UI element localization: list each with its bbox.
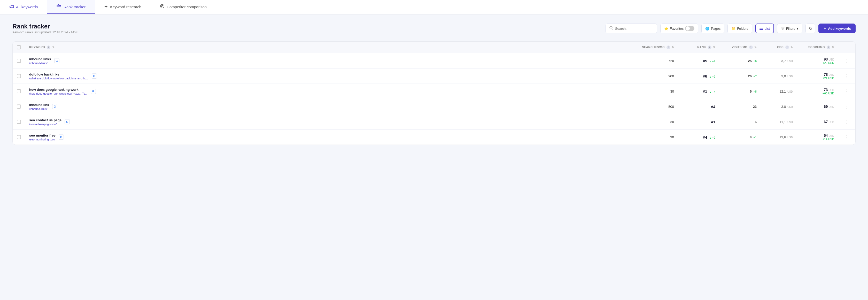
list-button[interactable]: List (755, 24, 774, 33)
score-cell: 67 USD (797, 114, 838, 130)
list-label: List (765, 27, 770, 30)
th-keyword: KEYWORD ? ⇅ (25, 42, 637, 53)
searches-value: 90 (671, 135, 674, 139)
row-checkbox-cell (13, 114, 25, 130)
rank-change: +2 (709, 60, 715, 63)
add-keywords-label: Add keywords (828, 27, 851, 30)
cpc-help-icon[interactable]: ? (785, 46, 789, 49)
searches-value: 900 (668, 74, 674, 78)
pages-label: Pages (711, 27, 720, 30)
searches-help-icon[interactable]: ? (666, 46, 670, 49)
search-box[interactable] (606, 24, 657, 33)
filters-button[interactable]: Filters ▾ (777, 24, 802, 33)
table-row: how does google ranking work /how-does-g… (13, 84, 855, 99)
cpc-cell: 13,6 USD (761, 130, 797, 145)
row-actions-cell: ⋮ (838, 130, 855, 145)
nav-item-all-keywords[interactable]: 🏷 All keywords (0, 0, 47, 14)
searches-sort-icon[interactable]: ⇅ (672, 46, 674, 49)
nav-item-rank-tracker[interactable]: Rank tracker (47, 0, 95, 14)
search-input[interactable] (615, 27, 653, 30)
th-actions (838, 42, 855, 53)
cpc-usd: USD (787, 106, 793, 108)
row-checkbox[interactable] (17, 135, 21, 139)
searches-cell: 30 (637, 84, 678, 99)
visits-sort-icon[interactable]: ⇅ (754, 46, 757, 49)
row-checkbox[interactable] (17, 105, 21, 109)
score-value: 67 (824, 120, 828, 124)
cpc-value: 3,0 (781, 74, 786, 78)
rank-value: #4 (711, 105, 715, 109)
rank-cell: #1 +4 (678, 84, 719, 99)
rank-value: #4 (703, 135, 707, 139)
th-searches: SEARCHES/MO ? ⇅ (637, 42, 678, 53)
nav-item-keyword-research[interactable]: ✦ Keyword research (95, 0, 151, 14)
score-cell: 93 USD +22 USD (797, 53, 838, 69)
visits-help-icon[interactable]: ? (749, 46, 753, 49)
keyword-url[interactable]: /seo-monitoring-tool/ (29, 138, 56, 141)
keyword-name: inbound link (29, 103, 49, 107)
folders-label: Folders (737, 27, 748, 30)
refresh-button[interactable]: ↻ (805, 24, 815, 33)
rank-sort-icon[interactable]: ⇅ (713, 46, 715, 49)
keyword-url[interactable]: /what-are-dofollow-nofollow-backlinks-an… (29, 77, 89, 80)
google-badge: G (92, 74, 97, 79)
cpc-usd: USD (787, 121, 793, 124)
row-checkbox-cell (13, 53, 25, 69)
favorites-toggle[interactable] (685, 26, 694, 31)
score-help-icon[interactable]: ? (827, 46, 830, 49)
visits-value: 4 (750, 135, 752, 139)
visits-cell: 6 +5 (719, 84, 761, 99)
cpc-sort-icon[interactable]: ⇅ (790, 46, 793, 49)
page-title: Rank tracker (12, 23, 79, 30)
svg-point-1 (161, 5, 163, 7)
top-navigation: 🏷 All keywords Rank tracker ✦ Keyword re… (0, 0, 868, 15)
row-more-button[interactable]: ⋮ (842, 87, 851, 95)
select-all-header[interactable] (13, 42, 25, 53)
searches-cell: 900 (637, 69, 678, 84)
row-more-button[interactable]: ⋮ (842, 72, 851, 80)
row-checkbox[interactable] (17, 120, 21, 124)
row-actions-cell: ⋮ (838, 99, 855, 114)
google-badge: G (91, 89, 96, 94)
keywords-table: KEYWORD ? ⇅ SEARCHES/MO ? ⇅ RANK ? ⇅ (12, 42, 856, 145)
folders-button[interactable]: 📁 Folders (727, 24, 752, 33)
keyword-url[interactable]: /inbound-links/ (29, 107, 49, 110)
keyword-cell: seo contact us page /contact-us-page-seo… (25, 114, 637, 130)
th-visits: VISITS/MO ? ⇅ (719, 42, 761, 53)
search-icon (610, 26, 613, 31)
add-keywords-button[interactable]: ＋ Add keywords (818, 24, 856, 33)
favorites-button[interactable]: ⭐ Favorites (660, 24, 698, 33)
rank-cell: #6 +2 (678, 69, 719, 84)
row-more-button[interactable]: ⋮ (842, 103, 851, 110)
keyword-sort-icon[interactable]: ⇅ (52, 46, 55, 49)
rank-help-icon[interactable]: ? (708, 46, 711, 49)
row-checkbox[interactable] (17, 74, 21, 78)
row-checkbox-cell (13, 84, 25, 99)
row-checkbox[interactable] (17, 59, 21, 63)
filters-chevron-icon: ▾ (797, 27, 799, 30)
cpc-usd: USD (787, 90, 793, 93)
google-badge: G (52, 104, 57, 109)
nav-label-keyword-research: Keyword research (110, 5, 141, 9)
visits-change: +6 (753, 59, 757, 62)
keyword-cell: inbound links /inbound-links/ G (25, 53, 637, 69)
score-sort-icon[interactable]: ⇅ (832, 46, 834, 49)
searches-cell: 720 (637, 53, 678, 69)
row-checkbox[interactable] (17, 89, 21, 93)
keyword-name: seo monitor free (29, 133, 56, 137)
row-more-button[interactable]: ⋮ (842, 133, 851, 141)
nav-item-competitor-comparison[interactable]: Competitor comparison (151, 0, 216, 14)
keyword-url[interactable]: /inbound-links/ (29, 61, 51, 65)
score-usd: USD (829, 74, 834, 76)
row-more-button[interactable]: ⋮ (842, 118, 851, 126)
keyword-url[interactable]: /contact-us-page-seo/ (29, 122, 61, 126)
star-icon: ⭐ (664, 27, 668, 30)
keyword-help-icon[interactable]: ? (47, 46, 51, 49)
rank-cell: #4 +2 (678, 130, 719, 145)
row-more-button[interactable]: ⋮ (842, 57, 851, 65)
pages-button[interactable]: 🌐 Pages (702, 24, 724, 33)
select-all-checkbox[interactable] (17, 45, 21, 49)
row-actions-cell: ⋮ (838, 53, 855, 69)
rank-change: +2 (709, 136, 715, 139)
keyword-url[interactable]: /how-does-google-rank-websites/#:~:text=… (29, 92, 88, 95)
